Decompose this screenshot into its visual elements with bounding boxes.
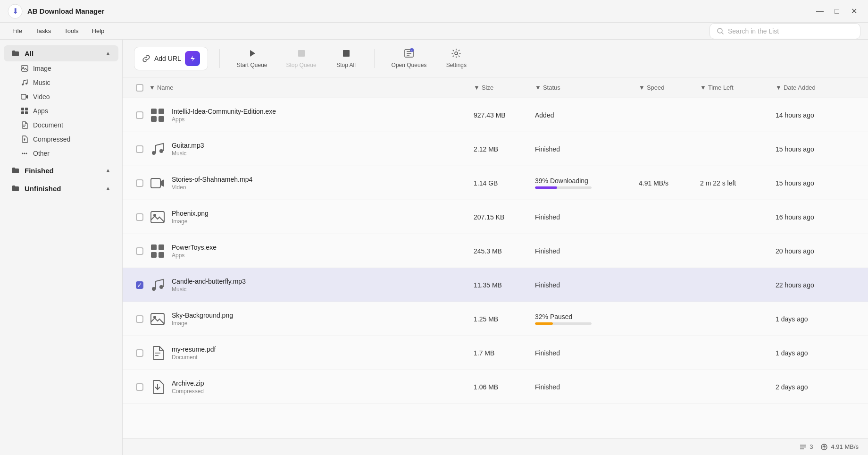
svg-rect-37 (151, 244, 157, 250)
maximize-button[interactable]: □ (830, 5, 843, 18)
stop-queue-button[interactable]: Stop Queue (281, 44, 322, 72)
row-checkbox[interactable] (136, 383, 143, 391)
stop-all-button[interactable]: Stop All (330, 44, 363, 72)
file-name-group: Sky-Background.png Image (172, 312, 233, 327)
document-icon (21, 121, 28, 129)
file-name-group: PowerToys.exe Apps (172, 244, 217, 259)
file-category: Compressed (172, 388, 204, 395)
svg-rect-19 (298, 50, 305, 57)
start-queue-button[interactable]: Start Queue (231, 44, 273, 72)
sidebar-item-video[interactable]: Video (4, 90, 118, 104)
menu-tools[interactable]: Tools (59, 25, 83, 36)
col-name[interactable]: ▼ Name (149, 84, 474, 91)
status-text: Finished (535, 145, 639, 153)
file-category: Music (172, 286, 246, 293)
settings-icon (451, 48, 461, 60)
sidebar-section-finished: Finished ▲ (0, 162, 122, 178)
file-name: PowerToys.exe (172, 244, 217, 251)
image-icon (21, 65, 28, 72)
add-url-button[interactable]: Add URL (134, 47, 208, 70)
file-size: 207.15 KB (474, 213, 535, 221)
row-checkbox-cell (130, 383, 149, 391)
stop-queue-icon (296, 48, 307, 60)
settings-button[interactable]: Settings (440, 44, 473, 72)
timeleft-text: 2 m 22 s left (700, 179, 776, 187)
statusbar: 3 4.91 MB/s (123, 438, 868, 455)
menu-file[interactable]: File (8, 25, 27, 36)
header-checkbox-cell (130, 84, 149, 92)
open-queues-button[interactable]: + Open Queues (386, 44, 433, 72)
status-speed: 4.91 MB/s (820, 443, 859, 451)
file-icon-wrap (149, 107, 166, 124)
file-name-group: Archive.zip Compressed (172, 379, 204, 395)
toolbar-divider-1 (219, 49, 220, 68)
unfinished-chevron-icon: ▲ (105, 185, 111, 192)
svg-rect-11 (21, 111, 24, 114)
apps-label: Apps (33, 107, 48, 115)
file-category: Music (172, 150, 204, 157)
status-cell: Finished (535, 383, 639, 391)
svg-point-15 (22, 153, 24, 154)
sidebar-item-other[interactable]: Other (4, 146, 118, 160)
date-text: 22 hours ago (776, 281, 860, 289)
table-row[interactable]: PowerToys.exe Apps 245.3 MB Finished 20 … (123, 234, 868, 268)
file-name: Phoenix.png (172, 210, 209, 217)
close-button[interactable]: ✕ (847, 5, 860, 18)
file-info: Candle-and-butterfly.mp3 Music (149, 277, 474, 294)
row-checkbox[interactable] (136, 145, 143, 153)
speed-text: 4.91 MB/s (639, 179, 700, 187)
sidebar-item-apps[interactable]: Apps (4, 104, 118, 118)
row-checkbox[interactable] (136, 247, 143, 255)
row-checkbox[interactable] (136, 179, 143, 187)
table-row[interactable]: ✓ Candle-and-butterfly.mp3 Music 11.35 M… (123, 268, 868, 302)
row-checkbox[interactable] (136, 315, 143, 323)
svg-rect-12 (25, 111, 28, 114)
table-row[interactable]: Sky-Background.png Image 1.25 MB 32% Pau… (123, 302, 868, 336)
status-text: Finished (535, 349, 639, 357)
sidebar-item-compressed[interactable]: Compressed (4, 132, 118, 146)
col-time-left[interactable]: ▼ Time Left (700, 84, 776, 91)
row-checkbox[interactable] (136, 213, 143, 221)
table-row[interactable]: Archive.zip Compressed 1.06 MB Finished … (123, 370, 868, 404)
file-name-group: my-resume.pdf Document (172, 345, 216, 361)
app-logo-icon: ⬇ (8, 4, 23, 19)
col-size[interactable]: ▼ Size (474, 84, 535, 91)
table-row[interactable]: Stories-of-Shahnameh.mp4 Video 1.14 GB 3… (123, 166, 868, 200)
table-row[interactable]: Guitar.mp3 Music 2.12 MB Finished 15 hou… (123, 132, 868, 166)
search-box[interactable]: Search in the List (709, 23, 860, 39)
file-icon-wrap (149, 379, 166, 396)
sidebar-group-unfinished[interactable]: Unfinished ▲ (4, 180, 118, 196)
col-date-added[interactable]: ▼ Date Added (776, 84, 860, 91)
sidebar-item-document[interactable]: Document (4, 118, 118, 132)
svg-point-41 (152, 287, 156, 291)
add-url-icon-bg (185, 51, 200, 66)
status-text: 32% Paused (535, 313, 639, 320)
row-checkbox[interactable] (136, 349, 143, 357)
menu-help[interactable]: Help (87, 25, 109, 36)
search-placeholder: Search in the List (728, 27, 779, 35)
svg-rect-10 (25, 108, 28, 110)
sidebar-group-all[interactable]: All ▲ (4, 45, 118, 61)
file-size: 927.43 MB (474, 111, 535, 119)
table-row[interactable]: IntelliJ-Idea-Community-Edition.exe Apps… (123, 98, 868, 132)
row-checkbox[interactable]: ✓ (136, 281, 143, 289)
sidebar-item-music[interactable]: Music (4, 76, 118, 90)
bolt-icon (189, 55, 196, 62)
menu-tasks[interactable]: Tasks (31, 25, 56, 36)
col-speed[interactable]: ▼ Speed (639, 84, 700, 91)
open-queues-label: Open Queues (392, 62, 427, 68)
file-name-group: Candle-and-butterfly.mp3 Music (172, 278, 246, 293)
sidebar-item-image[interactable]: Image (4, 61, 118, 76)
table-row[interactable]: my-resume.pdf Document 1.7 MB Finished 1… (123, 336, 868, 370)
svg-rect-40 (159, 252, 164, 258)
header-checkbox[interactable] (136, 84, 143, 92)
menubar: File Tasks Tools Help Search in the List (0, 23, 868, 40)
row-checkbox-cell (130, 145, 149, 153)
col-status[interactable]: ▼ Status (535, 84, 639, 91)
row-checkbox-cell (130, 111, 149, 119)
file-list-container: ▼ Name ▼ Size ▼ Status ▼ Speed ▼ Time (123, 77, 868, 438)
minimize-button[interactable]: — (813, 5, 826, 18)
sidebar-group-finished[interactable]: Finished ▲ (4, 162, 118, 178)
table-row[interactable]: Phoenix.png Image 207.15 KB Finished 16 … (123, 200, 868, 234)
row-checkbox[interactable] (136, 111, 143, 119)
